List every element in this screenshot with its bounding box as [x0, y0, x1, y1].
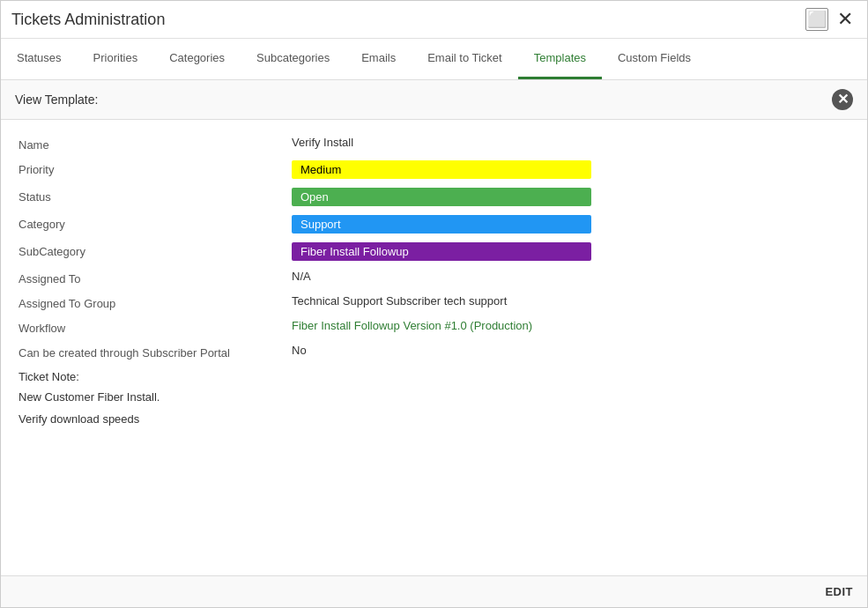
- tab-custom-fields[interactable]: Custom Fields: [602, 39, 707, 79]
- category-badge: Support: [292, 215, 591, 234]
- ticket-note-line2: Verify download speeds: [19, 412, 849, 426]
- field-row-name: Name Verify Install: [19, 136, 849, 152]
- field-row-status: Status Open: [19, 188, 849, 206]
- field-row-priority: Priority Medium: [19, 160, 849, 179]
- field-row-subcategory: SubCategory Fiber Install Followup: [19, 242, 849, 261]
- footer: EDIT: [1, 575, 867, 607]
- field-row-subscriber-portal: Can be created through Subscriber Portal…: [19, 344, 849, 360]
- tab-statuses[interactable]: Statuses: [1, 39, 78, 79]
- view-close-button[interactable]: ✕: [832, 89, 853, 110]
- window-title: Tickets Administration: [11, 11, 165, 29]
- tab-categories[interactable]: Categories: [153, 39, 241, 79]
- tab-priorities[interactable]: Priorities: [78, 39, 154, 79]
- field-value-workflow: Fiber Install Followup Version #1.0 (Pro…: [292, 319, 849, 332]
- field-value-status: Open: [292, 188, 849, 206]
- title-bar-left: Tickets Administration: [11, 11, 165, 29]
- field-label-status: Status: [19, 188, 292, 204]
- close-button[interactable]: ✕: [834, 8, 857, 31]
- field-value-priority: Medium: [292, 160, 849, 179]
- field-label-category: Category: [19, 215, 292, 231]
- subcategory-badge: Fiber Install Followup: [292, 242, 591, 261]
- status-badge: Open: [292, 188, 591, 206]
- field-value-subscriber-portal: No: [292, 344, 849, 357]
- content-area: View Template: ✕ Name Verify Install Pri…: [1, 80, 867, 607]
- view-close-icon: ✕: [837, 93, 849, 107]
- field-label-workflow: Workflow: [19, 319, 292, 335]
- field-label-name: Name: [19, 136, 292, 152]
- ticket-note-label: Ticket Note:: [19, 370, 849, 383]
- ticket-note-line1: New Customer Fiber Install.: [19, 390, 849, 404]
- field-value-subcategory: Fiber Install Followup: [292, 242, 849, 261]
- maximize-icon: ⬜: [807, 10, 827, 29]
- priority-badge: Medium: [292, 160, 591, 179]
- field-label-subscriber-portal: Can be created through Subscriber Portal: [19, 344, 292, 360]
- maximize-button[interactable]: ⬜: [805, 8, 828, 31]
- field-value-assigned-group: Technical Support Subscriber tech suppor…: [292, 294, 849, 308]
- tab-email-to-ticket[interactable]: Email to Ticket: [412, 39, 518, 79]
- field-label-priority: Priority: [19, 160, 292, 176]
- title-bar: Tickets Administration ⬜ ✕: [1, 1, 867, 39]
- app-window: Tickets Administration ⬜ ✕ Statuses Prio…: [0, 0, 868, 608]
- field-row-assigned-to: Assigned To N/A: [19, 270, 849, 285]
- field-row-category: Category Support: [19, 215, 849, 234]
- form-area: Name Verify Install Priority Medium Stat…: [1, 120, 867, 575]
- title-bar-right: ⬜ ✕: [805, 8, 857, 31]
- field-label-assigned-to: Assigned To: [19, 270, 292, 285]
- field-label-assigned-group: Assigned To Group: [19, 294, 292, 310]
- view-header-label: View Template:: [15, 93, 98, 107]
- tab-subcategories[interactable]: Subcategories: [241, 39, 345, 79]
- tab-emails[interactable]: Emails: [345, 39, 412, 79]
- close-icon: ✕: [837, 8, 853, 31]
- field-label-subcategory: SubCategory: [19, 242, 292, 258]
- edit-button[interactable]: EDIT: [825, 585, 853, 598]
- field-value-category: Support: [292, 215, 849, 234]
- ticket-note-section: Ticket Note: New Customer Fiber Install.…: [19, 370, 849, 426]
- field-row-workflow: Workflow Fiber Install Followup Version …: [19, 319, 849, 335]
- field-value-assigned-to: N/A: [292, 270, 849, 283]
- tab-bar: Statuses Priorities Categories Subcatego…: [1, 39, 867, 80]
- workflow-link[interactable]: Fiber Install Followup Version #1.0 (Pro…: [292, 319, 532, 332]
- view-header: View Template: ✕: [1, 80, 867, 120]
- tab-templates[interactable]: Templates: [518, 39, 602, 79]
- field-value-name: Verify Install: [292, 136, 849, 149]
- field-row-assigned-group: Assigned To Group Technical Support Subs…: [19, 294, 849, 310]
